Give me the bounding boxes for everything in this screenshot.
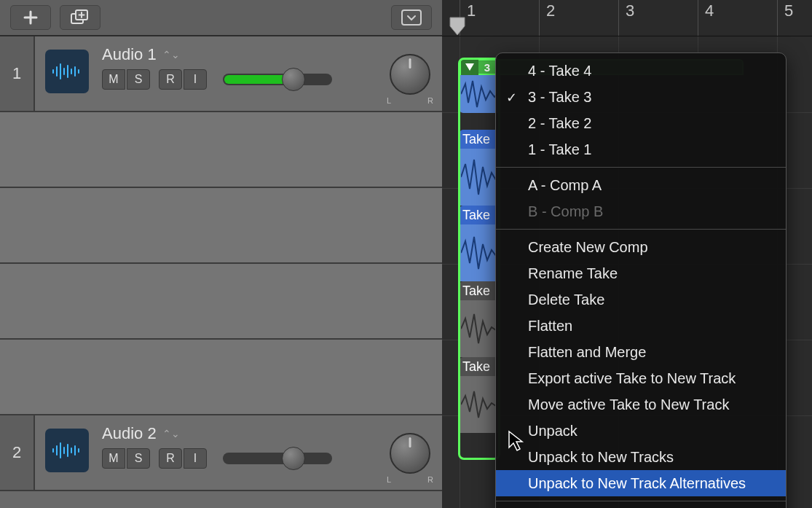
pan-l-label: L	[387, 475, 391, 484]
track-number: 1	[0, 36, 35, 111]
take-count-badge: 3	[478, 61, 496, 74]
take-label: Take	[460, 357, 499, 376]
menu-separator	[496, 501, 786, 501]
panel-chevron-icon	[401, 9, 422, 26]
ruler-tick: 1	[467, 1, 476, 20]
take-waveform	[460, 149, 499, 206]
menu-item-unpack[interactable]: Unpack	[496, 418, 786, 444]
menu-item-flatten-and-merge[interactable]: Flatten and Merge	[496, 339, 786, 365]
pan-r-label: R	[427, 475, 433, 484]
pan-knob[interactable]	[390, 54, 430, 95]
menu-item-create-new-comp[interactable]: Create New Comp	[496, 234, 786, 260]
menu-item-flatten[interactable]: Flatten	[496, 313, 786, 339]
take-waveform	[460, 224, 499, 281]
take-region[interactable]: Take	[460, 130, 499, 206]
add-track-button[interactable]	[10, 5, 51, 30]
take-region[interactable]: Take	[460, 206, 499, 281]
mute-button[interactable]: M	[102, 448, 125, 469]
mute-button[interactable]: M	[102, 69, 125, 90]
take-lane[interactable]	[0, 188, 442, 264]
volume-slider[interactable]	[223, 74, 332, 85]
take-region[interactable]: Take	[460, 357, 499, 433]
duplicate-track-button[interactable]	[60, 5, 100, 30]
track-name[interactable]: Audio 1⌃⌄	[102, 45, 432, 64]
volume-slider[interactable]	[223, 453, 332, 464]
take-lane[interactable]	[0, 340, 442, 415]
take-region[interactable]: Take	[460, 281, 499, 357]
plus-icon	[23, 9, 39, 26]
audio-waveform-icon[interactable]	[45, 50, 89, 93]
take-label: Take	[460, 130, 499, 149]
take-lane[interactable]	[0, 264, 442, 340]
menu-item-move-active-take[interactable]: Move active Take to New Track	[496, 391, 786, 418]
menu-item-unpack-to-new-track-alternatives[interactable]: Unpack to New Track Alternatives	[496, 470, 786, 496]
ruler-tick: 3	[626, 1, 634, 20]
track-name[interactable]: Audio 2⌃⌄	[102, 424, 432, 443]
track-row[interactable]: 2 Audio 2⌃⌄ M S R I LR	[0, 415, 442, 491]
take-waveform	[460, 300, 499, 357]
pan-knob[interactable]	[390, 433, 430, 474]
record-enable-button[interactable]: R	[159, 69, 182, 90]
track-list: 1 Audio 1⌃⌄ M S R I LR	[0, 36, 442, 508]
input-monitor-button[interactable]: I	[184, 448, 207, 469]
playhead[interactable]	[449, 16, 466, 36]
track-header: Audio 1⌃⌄ M S R I LR	[35, 36, 442, 111]
volume-knob[interactable]	[282, 447, 305, 470]
track-toolbar	[0, 0, 442, 36]
solo-button[interactable]: S	[127, 69, 150, 90]
pan-l-label: L	[387, 96, 391, 105]
comp-region-waveform[interactable]	[460, 75, 499, 113]
take-label: Take	[460, 281, 499, 300]
take-lane[interactable]	[0, 112, 442, 188]
view-options-button[interactable]	[391, 5, 432, 30]
menu-item-export-active-take[interactable]: Export active Take to New Track	[496, 365, 786, 391]
menu-item-rename-take[interactable]: Rename Take	[496, 260, 786, 286]
volume-knob[interactable]	[282, 68, 305, 91]
menu-separator	[496, 229, 786, 230]
ruler-tick: 2	[546, 1, 555, 20]
disclosure-triangle-icon[interactable]	[461, 59, 478, 75]
duplicate-icon	[70, 9, 90, 26]
menu-item-take-4[interactable]: 4 - Take 4	[496, 58, 786, 84]
track-row[interactable]: 1 Audio 1⌃⌄ M S R I LR	[0, 36, 442, 112]
pan-r-label: R	[427, 96, 433, 105]
menu-separator	[496, 167, 786, 168]
ruler-tick: 5	[784, 1, 793, 20]
input-monitor-button[interactable]: I	[184, 69, 207, 90]
record-enable-button[interactable]: R	[159, 448, 182, 469]
menu-item-take-3[interactable]: ✓3 - Take 3	[496, 84, 786, 110]
timeline-ruler[interactable]: 1 2 3 4 5	[442, 0, 812, 36]
check-icon: ✓	[506, 88, 517, 107]
menu-item-unpack-to-new-tracks[interactable]: Unpack to New Tracks	[496, 444, 786, 470]
take-waveform	[460, 376, 499, 433]
take-folder-context-menu: 4 - Take 4 ✓3 - Take 3 2 - Take 2 1 - Ta…	[495, 52, 787, 508]
menu-item-take-2[interactable]: 2 - Take 2	[496, 110, 786, 136]
menu-item-take-1[interactable]: 1 - Take 1	[496, 136, 786, 163]
updown-icon: ⌃⌄	[162, 428, 180, 439]
audio-waveform-icon[interactable]	[45, 429, 89, 472]
track-number: 2	[0, 415, 35, 490]
menu-item-delete-take[interactable]: Delete Take	[496, 286, 786, 313]
track-header: Audio 2⌃⌄ M S R I LR	[35, 415, 442, 490]
take-label: Take	[460, 206, 499, 224]
ruler-tick: 4	[705, 1, 714, 20]
svg-rect-2	[402, 10, 421, 25]
solo-button[interactable]: S	[127, 448, 150, 469]
menu-item-comp-a[interactable]: A - Comp A	[496, 172, 786, 198]
menu-item-comp-b: B - Comp B	[496, 198, 786, 224]
updown-icon: ⌃⌄	[162, 49, 180, 60]
